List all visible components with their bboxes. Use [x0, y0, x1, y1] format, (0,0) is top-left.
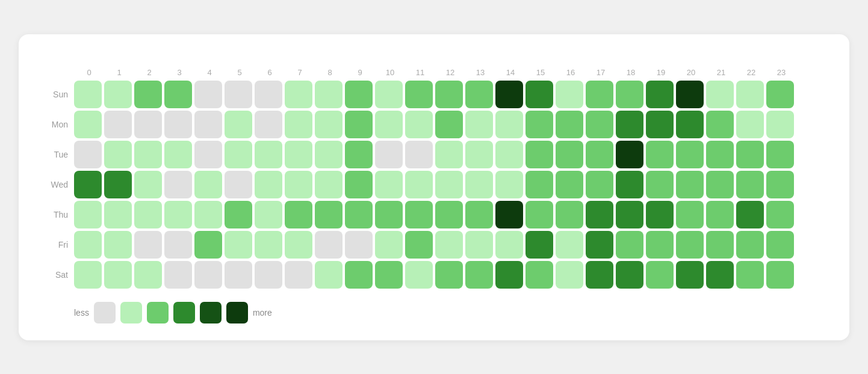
hour-labels: 01234567891011121314151617181920212223 — [74, 68, 825, 77]
cell — [465, 201, 493, 228]
card: 01234567891011121314151617181920212223 S… — [19, 34, 849, 340]
day-label: Sun — [43, 90, 74, 99]
hour-label: 17 — [586, 68, 616, 77]
cell — [194, 111, 222, 138]
hour-label: 1 — [104, 68, 134, 77]
cell — [495, 81, 523, 108]
cell — [315, 201, 343, 228]
cell — [706, 111, 734, 138]
cell — [375, 261, 403, 289]
cell — [706, 201, 734, 228]
cell — [315, 111, 343, 138]
cell — [104, 81, 132, 108]
cell — [405, 111, 433, 138]
cell — [375, 111, 403, 138]
cell — [104, 171, 132, 198]
cell — [405, 171, 433, 198]
cell — [285, 171, 312, 198]
cells — [74, 201, 794, 228]
cell — [104, 111, 132, 138]
cell — [495, 171, 523, 198]
cell — [435, 111, 463, 138]
legend-color-swatch — [173, 302, 195, 323]
cell — [495, 141, 523, 168]
cell — [616, 261, 643, 289]
cell — [74, 111, 102, 138]
cell — [556, 201, 583, 228]
cell — [285, 201, 312, 228]
cell — [375, 81, 403, 108]
legend-color-swatch — [200, 302, 222, 323]
cell — [586, 231, 613, 259]
cell — [194, 231, 222, 259]
day-label: Tue — [43, 150, 74, 159]
cell — [706, 261, 734, 289]
cell — [495, 231, 523, 259]
cell — [586, 141, 613, 168]
grid-row: Sun — [43, 81, 825, 108]
hour-label: 13 — [465, 68, 495, 77]
cell — [556, 261, 583, 289]
cell — [646, 111, 674, 138]
cell — [164, 81, 192, 108]
hour-label: 22 — [736, 68, 766, 77]
cell — [104, 201, 132, 228]
hour-label: 7 — [285, 68, 315, 77]
cell — [194, 201, 222, 228]
cell — [375, 231, 403, 259]
cell — [345, 81, 373, 108]
cell — [345, 171, 373, 198]
cell — [285, 231, 312, 259]
cell — [525, 141, 553, 168]
cell — [435, 171, 463, 198]
day-label: Fri — [43, 240, 74, 250]
cell — [255, 171, 282, 198]
cell — [465, 231, 493, 259]
cell — [134, 81, 162, 108]
cell — [556, 231, 583, 259]
cell — [345, 201, 373, 228]
cell — [104, 141, 132, 168]
cell — [315, 81, 343, 108]
cell — [736, 81, 764, 108]
cell — [285, 81, 312, 108]
cell — [586, 171, 613, 198]
cell — [285, 141, 312, 168]
cell — [164, 201, 192, 228]
cell — [225, 171, 252, 198]
cell — [435, 81, 463, 108]
cells — [74, 171, 794, 198]
day-label: Thu — [43, 210, 74, 219]
cell — [194, 261, 222, 289]
cell — [134, 261, 162, 289]
cell — [345, 111, 373, 138]
hour-label: 8 — [315, 68, 345, 77]
cell — [164, 261, 192, 289]
cell — [74, 171, 102, 198]
cell — [285, 261, 312, 289]
cell — [255, 201, 282, 228]
cell — [736, 171, 764, 198]
cell — [345, 261, 373, 289]
legend: lessmore — [74, 302, 825, 323]
cell — [435, 231, 463, 259]
cell — [255, 141, 282, 168]
cell — [616, 201, 643, 228]
cell — [194, 171, 222, 198]
cell — [736, 261, 764, 289]
cell — [405, 231, 433, 259]
cell — [405, 81, 433, 108]
hour-label: 0 — [74, 68, 104, 77]
cell — [134, 171, 162, 198]
cell — [646, 141, 674, 168]
day-label: Mon — [43, 120, 74, 129]
cell — [736, 231, 764, 259]
legend-color-swatch — [226, 302, 248, 323]
grid-row: Thu — [43, 201, 825, 228]
cell — [525, 261, 553, 289]
cell — [164, 171, 192, 198]
cell — [104, 231, 132, 259]
cell — [766, 201, 794, 228]
cell — [646, 231, 674, 259]
grid-row: Tue — [43, 141, 825, 168]
